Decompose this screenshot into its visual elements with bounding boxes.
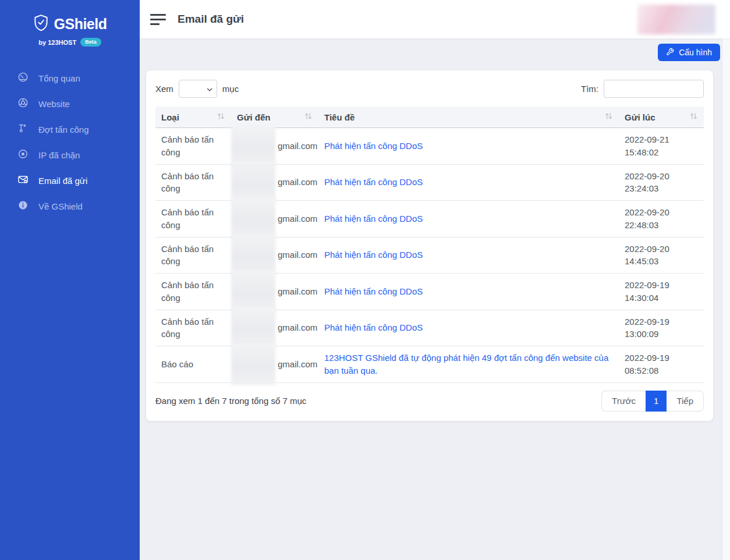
search-input[interactable] xyxy=(604,80,704,98)
table-row: Cảnh báo tấn công gmail.com Phát hiện tấ… xyxy=(155,310,704,346)
brand-name: GShield xyxy=(54,16,107,33)
search-label: Tìm: xyxy=(581,84,598,94)
brand-byline: by 123HOST xyxy=(38,39,76,46)
content-area: Cấu hình Xem mục Tìm: xyxy=(140,38,730,560)
wrench-icon xyxy=(666,48,674,58)
type-cell: Cảnh báo tấn công xyxy=(155,274,231,310)
type-cell: Báo cáo xyxy=(155,346,231,383)
sort-icon xyxy=(304,112,313,122)
table-row: Cảnh báo tấn công gmail.com Phát hiện tấ… xyxy=(155,237,704,274)
sidebar-item-label: Đợt tấn công xyxy=(38,125,89,134)
subject-cell: Phát hiện tấn công DDoS xyxy=(318,164,619,201)
recipient-cell: gmail.com xyxy=(231,201,318,238)
subject-cell: Phát hiện tấn công DDoS xyxy=(318,274,619,310)
email-sent-icon xyxy=(17,174,29,187)
pagination: Trước 1 Tiếp xyxy=(601,391,704,412)
config-button-label: Cấu hình xyxy=(679,48,712,57)
subject-cell: 123HOST GShield đã tự động phát hiện 49 … xyxy=(318,346,619,383)
type-cell: Cảnh báo tấn công xyxy=(155,310,231,346)
sidebar-item-label: Về GShield xyxy=(38,201,83,211)
recipient-cell: gmail.com xyxy=(231,346,318,383)
sidebar-item-label: Tổng quan xyxy=(38,73,80,83)
email-subject-link[interactable]: Phát hiện tấn công DDoS xyxy=(324,286,423,296)
sidebar-item-website[interactable]: Website xyxy=(0,91,140,116)
sidebar-item-label: Website xyxy=(38,99,70,109)
sidebar-item-email-da-gui[interactable]: Email đã gửi xyxy=(0,168,140,193)
recipient-cell: gmail.com xyxy=(231,274,318,310)
subject-cell: Phát hiện tấn công DDoS xyxy=(318,237,619,274)
recipient-cell: gmail.com xyxy=(231,310,318,346)
column-header-subject[interactable]: Tiêu đề xyxy=(318,107,619,128)
pagination-page-1-button[interactable]: 1 xyxy=(646,391,667,412)
email-subject-link[interactable]: Phát hiện tấn công DDoS xyxy=(324,214,423,224)
redacted-email xyxy=(231,125,275,167)
sent-at-cell: 2022-09-20 22:48:03 xyxy=(619,201,704,238)
redacted-email xyxy=(231,343,275,385)
sent-at-cell: 2022-09-19 13:00:09 xyxy=(619,310,704,346)
type-cell: Cảnh báo tấn công xyxy=(155,128,231,165)
gauge-icon xyxy=(17,72,29,84)
info-icon xyxy=(17,200,29,212)
page-title: Email đã gửi xyxy=(178,13,244,26)
page-scrollbar[interactable] xyxy=(722,38,730,560)
email-subject-link[interactable]: Phát hiện tấn công DDoS xyxy=(324,177,423,187)
redacted-email xyxy=(231,235,275,277)
email-subject-link[interactable]: 123HOST GShield đã tự động phát hiện 49 … xyxy=(324,353,608,375)
pagination-info: Đang xem 1 đến 7 trong tổng số 7 mục xyxy=(155,396,306,406)
shield-check-icon xyxy=(33,14,49,34)
sent-emails-table: Loại Gửi đến xyxy=(155,107,704,383)
show-label: Xem xyxy=(155,84,173,94)
emails-card: Xem mục Tìm: xyxy=(146,70,713,421)
sent-at-cell: 2022-09-19 14:30:04 xyxy=(619,274,704,310)
table-row: Cảnh báo tấn công gmail.com Phát hiện tấ… xyxy=(155,128,704,165)
column-header-sent-at[interactable]: Gửi lúc xyxy=(619,107,704,128)
attack-wave-icon xyxy=(17,123,29,136)
table-row: Cảnh báo tấn công gmail.com Phát hiện tấ… xyxy=(155,164,704,201)
email-subject-link[interactable]: Phát hiện tấn công DDoS xyxy=(324,141,423,151)
recipient-cell: gmail.com xyxy=(231,164,318,201)
sort-icon xyxy=(689,112,698,122)
subject-cell: Phát hiện tấn công DDoS xyxy=(318,310,619,346)
column-header-type[interactable]: Loại xyxy=(155,107,231,128)
sidebar-item-ve-gshield[interactable]: Về GShield xyxy=(0,193,140,219)
sidebar-item-dot-tan-cong[interactable]: Đợt tấn công xyxy=(0,116,140,142)
sidebar-item-label: IP đã chặn xyxy=(38,150,80,160)
beta-badge: Beta xyxy=(80,38,101,47)
email-subject-link[interactable]: Phát hiện tấn công DDoS xyxy=(324,322,423,332)
redacted-email xyxy=(231,307,275,349)
sidebar: GShield by 123HOST Beta Tổng quan Websit… xyxy=(0,0,140,560)
sent-at-cell: 2022-09-19 08:52:08 xyxy=(619,346,704,383)
subject-cell: Phát hiện tấn công DDoS xyxy=(318,128,619,165)
subject-cell: Phát hiện tấn công DDoS xyxy=(318,201,619,238)
globe-icon xyxy=(17,97,29,110)
brand: GShield xyxy=(0,0,140,34)
unit-label: mục xyxy=(222,84,239,94)
blocked-ip-icon xyxy=(17,148,29,161)
sent-at-cell: 2022-09-21 15:48:02 xyxy=(619,128,704,165)
hamburger-menu-icon[interactable] xyxy=(150,14,166,25)
pagination-next-button[interactable]: Tiếp xyxy=(667,391,704,412)
sort-icon xyxy=(604,112,613,122)
sent-at-cell: 2022-09-20 14:45:03 xyxy=(619,237,704,274)
table-row: Cảnh báo tấn công gmail.com Phát hiện tấ… xyxy=(155,201,704,238)
redacted-email xyxy=(231,162,275,204)
sidebar-item-tong-quan[interactable]: Tổng quan xyxy=(0,65,140,91)
recipient-cell: gmail.com xyxy=(231,128,318,165)
page-size-select[interactable] xyxy=(179,80,217,98)
type-cell: Cảnh báo tấn công xyxy=(155,201,231,238)
sort-icon xyxy=(217,112,225,122)
redacted-email xyxy=(231,198,275,240)
email-subject-link[interactable]: Phát hiện tấn công DDoS xyxy=(324,250,423,260)
redacted-email xyxy=(231,271,275,313)
recipient-cell: gmail.com xyxy=(231,237,318,274)
config-button[interactable]: Cấu hình xyxy=(658,44,720,61)
redacted-user-info xyxy=(637,5,715,34)
topbar: Email đã gửi xyxy=(140,0,730,38)
sidebar-item-ip-da-chan[interactable]: IP đã chặn xyxy=(0,142,140,168)
table-row: Báo cáo gmail.com 123HOST GShield đã tự … xyxy=(155,346,704,383)
table-row: Cảnh báo tấn công gmail.com Phát hiện tấ… xyxy=(155,274,704,310)
type-cell: Cảnh báo tấn công xyxy=(155,164,231,201)
pagination-prev-button[interactable]: Trước xyxy=(601,391,646,412)
sidebar-menu: Tổng quan Website Đợt tấn công xyxy=(0,65,140,219)
sidebar-item-label: Email đã gửi xyxy=(38,176,87,186)
